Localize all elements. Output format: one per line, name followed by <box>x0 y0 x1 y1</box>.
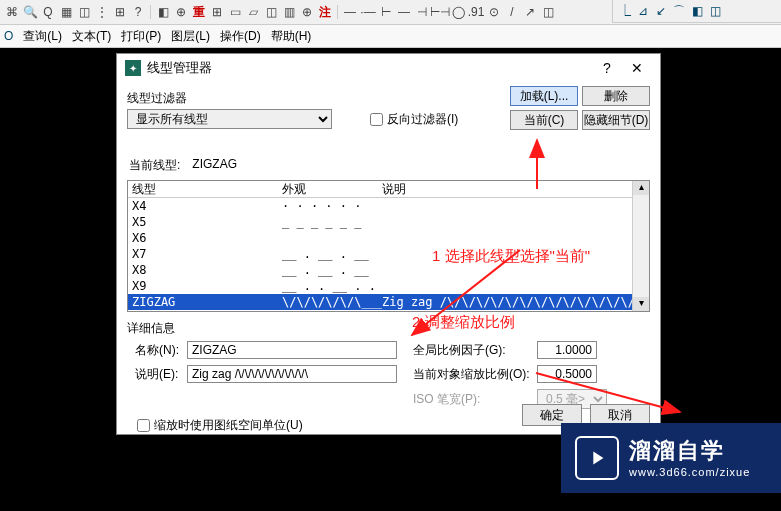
titlebar[interactable]: ✦ 线型管理器 ? ✕ <box>117 54 660 82</box>
menu-item[interactable]: 操作(D) <box>220 28 261 45</box>
annotation-step1: 1 选择此线型选择"当前" <box>432 247 590 266</box>
watermark-title: 溜溜自学 <box>629 437 750 466</box>
invert-filter-checkbox[interactable]: 反向过滤器(I) <box>370 111 458 128</box>
global-scale-input[interactable] <box>537 341 597 359</box>
object-scale-input[interactable] <box>537 365 597 383</box>
tool-icon[interactable]: / <box>504 4 520 20</box>
tool-icon[interactable]: ⊣ <box>414 4 430 20</box>
menu-arrow-icon[interactable]: O <box>4 29 13 43</box>
right-tool-icon[interactable]: ◧ <box>689 3 705 19</box>
pspace-units-label: 缩放时使用图纸空间单位(U) <box>154 417 303 434</box>
current-linetype-label: 当前线型: <box>129 157 180 174</box>
menu-item[interactable]: 帮助(H) <box>271 28 312 45</box>
delete-button[interactable]: 删除 <box>582 86 650 106</box>
object-scale-label: 当前对象缩放比例(O): <box>397 366 537 383</box>
tool-icon[interactable]: — <box>342 4 358 20</box>
annotation-step2: 2 调整缩放比例 <box>412 313 515 332</box>
menu-item[interactable]: 文本(T) <box>72 28 111 45</box>
pspace-units-check[interactable] <box>137 419 150 432</box>
name-input[interactable] <box>187 341 397 359</box>
tool-icon[interactable]: ⊢⊣ <box>432 4 448 20</box>
desc-label: 说明(E): <box>127 366 187 383</box>
col-appearance[interactable]: 外观 <box>282 181 382 198</box>
app-icon: ✦ <box>125 60 141 76</box>
tool-icon[interactable]: ↗ <box>522 4 538 20</box>
tool-icon[interactable]: ⊞ <box>209 4 225 20</box>
tool-icon[interactable]: ⊢ <box>378 4 394 20</box>
tool-icon[interactable]: Q <box>40 4 56 20</box>
tool-icon[interactable]: ◫ <box>540 4 556 20</box>
close-button[interactable]: ✕ <box>622 58 652 78</box>
tool-icon[interactable]: ◧ <box>155 4 171 20</box>
tool-icon[interactable]: .91 <box>468 4 484 20</box>
separator <box>150 5 151 19</box>
scroll-down-icon[interactable]: ▾ <box>633 297 649 311</box>
menu-item[interactable]: 打印(P) <box>121 28 161 45</box>
list-item[interactable]: X5_ _ _ _ _ _ <box>128 214 649 230</box>
col-name[interactable]: 线型 <box>132 181 282 198</box>
hide-details-button[interactable]: 隐藏细节(D) <box>582 110 650 130</box>
watermark: 溜溜自学 www.3d66.com/zixue <box>561 423 781 493</box>
iso-pen-label: ISO 笔宽(P): <box>397 391 537 408</box>
list-item-selected[interactable]: ZIGZAG\/\/\/\/\/\____Zig zag /\/\/\/\/\/… <box>128 294 649 310</box>
tool-icon[interactable]: ⊕ <box>299 4 315 20</box>
list-header: 线型 外观 说明 <box>128 181 649 198</box>
tool-icon[interactable]: ◫ <box>76 4 92 20</box>
watermark-logo-icon <box>575 436 619 480</box>
tool-icon[interactable]: ⊕ <box>173 4 189 20</box>
tool-icon[interactable]: ·— <box>360 4 376 20</box>
tool-icon[interactable]: ◯ <box>450 4 466 20</box>
menu-item[interactable]: 查询(L) <box>23 28 62 45</box>
right-tool-icon[interactable]: ⎿ <box>617 3 633 19</box>
dialog-title: 线型管理器 <box>147 59 212 77</box>
scrollbar[interactable]: ▴ ▾ <box>632 181 649 311</box>
list-item[interactable]: X4· · · · · · <box>128 198 649 214</box>
col-desc[interactable]: 说明 <box>382 181 642 198</box>
load-button[interactable]: 加载(L)... <box>510 86 578 106</box>
global-scale-label: 全局比例因子(G): <box>397 342 537 359</box>
right-toolbar: ⎿ ⊿ ↙ ⌒ ◧ ◫ <box>612 0 781 23</box>
help-button[interactable]: ? <box>592 58 622 78</box>
details-label: 详细信息 <box>127 320 650 337</box>
filter-select[interactable]: 显示所有线型 <box>127 109 332 129</box>
tool-icon-red[interactable]: 注 <box>317 4 333 20</box>
tool-icon[interactable]: ▭ <box>227 4 243 20</box>
tool-icon[interactable]: 🔍 <box>22 4 38 20</box>
tool-icon[interactable]: — <box>396 4 412 20</box>
menubar: O 查询(L) 文本(T) 打印(P) 图层(L) 操作(D) 帮助(H) <box>0 25 781 48</box>
current-linetype-value: ZIGZAG <box>192 157 237 174</box>
pspace-units-checkbox[interactable]: 缩放时使用图纸空间单位(U) <box>137 417 303 434</box>
watermark-url: www.3d66.com/zixue <box>629 465 750 479</box>
tool-icon[interactable]: ▱ <box>245 4 261 20</box>
linetype-list[interactable]: 线型 外观 说明 X4· · · · · · X5_ _ _ _ _ _ X6 … <box>127 180 650 312</box>
tool-icon[interactable]: ⋮ <box>94 4 110 20</box>
tool-icon[interactable]: ▦ <box>58 4 74 20</box>
separator <box>337 5 338 19</box>
action-buttons: 加载(L)... 删除 当前(C) 隐藏细节(D) <box>510 86 650 130</box>
right-tool-icon[interactable]: ↙ <box>653 3 669 19</box>
tool-icon[interactable]: ⊙ <box>486 4 502 20</box>
scroll-up-icon[interactable]: ▴ <box>633 181 649 195</box>
tool-icon[interactable]: ▥ <box>281 4 297 20</box>
tool-icon[interactable]: ? <box>130 4 146 20</box>
right-tool-icon[interactable]: ◫ <box>707 3 723 19</box>
menu-item[interactable]: 图层(L) <box>171 28 210 45</box>
svg-marker-4 <box>593 452 603 465</box>
tool-icon-red[interactable]: 重 <box>191 4 207 20</box>
tool-icon[interactable]: ◫ <box>263 4 279 20</box>
list-item[interactable]: X9__ . . __ . . <box>128 278 649 294</box>
right-tool-icon[interactable]: ⊿ <box>635 3 651 19</box>
linetype-manager-dialog: ✦ 线型管理器 ? ✕ 线型过滤器 显示所有线型 反向过滤器(I) 加载(L).… <box>116 53 661 435</box>
tool-icon[interactable]: ⌘ <box>4 4 20 20</box>
tool-icon[interactable]: ⊞ <box>112 4 128 20</box>
invert-filter-check[interactable] <box>370 113 383 126</box>
invert-filter-label: 反向过滤器(I) <box>387 111 458 128</box>
name-label: 名称(N): <box>127 342 187 359</box>
list-item[interactable]: X6 <box>128 230 649 246</box>
right-tool-icon[interactable]: ⌒ <box>671 3 687 19</box>
desc-input[interactable] <box>187 365 397 383</box>
current-button[interactable]: 当前(C) <box>510 110 578 130</box>
